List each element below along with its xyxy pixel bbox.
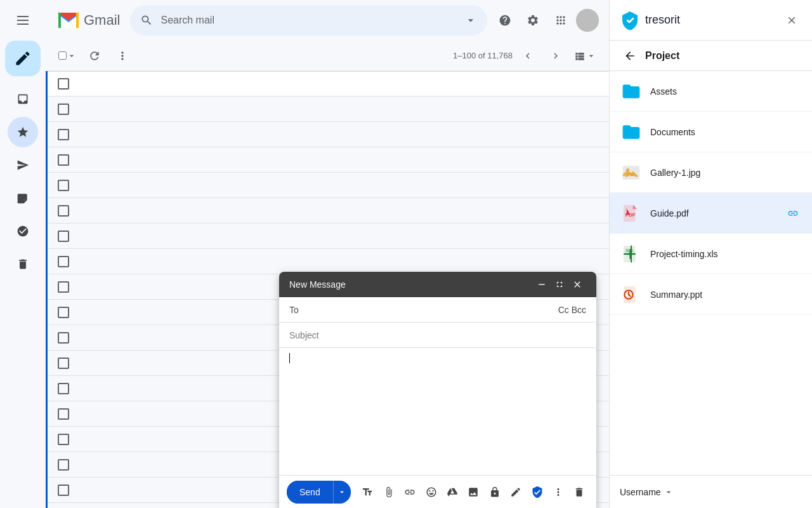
search-dropdown-icon[interactable] bbox=[464, 14, 477, 27]
compose-window: New Message To Cc Bcc Send bbox=[279, 272, 596, 508]
toolbar-left bbox=[56, 43, 135, 69]
file-item-assets[interactable]: Assets bbox=[610, 71, 812, 112]
email-list-toolbar: 1–100 of 11,768 bbox=[46, 41, 609, 71]
compose-to-row: To Cc Bcc bbox=[279, 297, 596, 323]
gmail-header: Gmail Search mail bbox=[46, 0, 609, 41]
email-checkbox[interactable] bbox=[58, 104, 69, 115]
email-checkbox[interactable] bbox=[58, 180, 69, 191]
send-dropdown-button[interactable] bbox=[333, 481, 351, 504]
activity-nav-button[interactable] bbox=[8, 216, 38, 246]
gmail-logo: Gmail bbox=[56, 8, 120, 33]
send-button[interactable]: Send bbox=[287, 481, 333, 504]
compose-subject-input[interactable] bbox=[289, 330, 586, 340]
email-checkbox[interactable] bbox=[58, 154, 69, 166]
next-page-button[interactable] bbox=[543, 43, 568, 69]
file-name-documents: Documents bbox=[650, 127, 802, 137]
file-item-summary[interactable]: Summary.ppt bbox=[610, 274, 812, 315]
compose-button[interactable] bbox=[5, 41, 41, 76]
search-placeholder: Search mail bbox=[160, 15, 457, 26]
email-checkbox[interactable] bbox=[58, 307, 69, 318]
file-item-guide[interactable]: PDF Guide.pdf bbox=[610, 193, 812, 234]
svg-point-3 bbox=[576, 9, 599, 32]
inbox-nav-button[interactable] bbox=[8, 84, 38, 114]
email-checkbox[interactable] bbox=[58, 256, 69, 267]
email-checkbox[interactable] bbox=[58, 231, 69, 242]
compose-cc-bcc-button[interactable]: Cc Bcc bbox=[558, 305, 586, 315]
compose-close-button[interactable] bbox=[568, 276, 586, 293]
tresorit-nav: Project bbox=[610, 41, 812, 71]
file-name-guide: Guide.pdf bbox=[650, 208, 784, 218]
tresorit-wordmark: tresorit bbox=[645, 13, 680, 27]
compose-body[interactable] bbox=[279, 348, 596, 475]
email-row[interactable] bbox=[48, 71, 609, 97]
settings-button[interactable] bbox=[520, 8, 546, 33]
email-checkbox[interactable] bbox=[58, 383, 69, 394]
compose-to-input[interactable] bbox=[304, 305, 558, 315]
tresorit-close-button[interactable] bbox=[782, 10, 802, 30]
gmail-sidebar bbox=[0, 0, 46, 508]
avatar[interactable] bbox=[576, 9, 599, 32]
view-button[interactable] bbox=[571, 43, 599, 69]
hamburger-button[interactable] bbox=[8, 5, 38, 36]
compose-title: New Message bbox=[289, 279, 533, 290]
file-item-gallery[interactable]: Gallery-1.jpg bbox=[610, 152, 812, 193]
select-all-button[interactable] bbox=[56, 43, 79, 69]
confidential-button[interactable] bbox=[485, 481, 504, 504]
prev-page-button[interactable] bbox=[515, 43, 540, 69]
signature-button[interactable] bbox=[506, 481, 525, 504]
trash-nav-button[interactable] bbox=[8, 249, 38, 279]
email-checkbox[interactable] bbox=[58, 281, 69, 293]
tresorit-link-button[interactable] bbox=[784, 204, 802, 222]
tresorit-back-button[interactable] bbox=[620, 46, 640, 66]
folder-icon-documents bbox=[620, 121, 643, 144]
compose-minimize-button[interactable] bbox=[533, 276, 551, 293]
search-icon bbox=[140, 14, 153, 27]
email-checkbox[interactable] bbox=[58, 459, 69, 471]
security-button[interactable] bbox=[528, 481, 546, 504]
apps-button[interactable] bbox=[548, 8, 573, 33]
select-all-checkbox[interactable] bbox=[58, 51, 67, 60]
photo-button[interactable] bbox=[464, 481, 483, 504]
emoji-button[interactable] bbox=[422, 481, 440, 504]
email-row[interactable] bbox=[48, 122, 609, 147]
email-checkbox[interactable] bbox=[58, 205, 69, 217]
help-button[interactable] bbox=[492, 8, 518, 33]
search-bar[interactable]: Search mail bbox=[130, 5, 487, 36]
email-checkbox[interactable] bbox=[58, 434, 69, 445]
email-checkbox[interactable] bbox=[58, 129, 69, 140]
svg-point-5 bbox=[626, 168, 629, 171]
email-checkbox[interactable] bbox=[58, 485, 69, 496]
more-toolbar-button[interactable] bbox=[110, 43, 135, 69]
attach-button[interactable] bbox=[379, 481, 398, 504]
email-checkbox[interactable] bbox=[58, 332, 69, 344]
link-button[interactable] bbox=[400, 481, 419, 504]
starred-nav-button[interactable] bbox=[8, 117, 38, 147]
email-row[interactable] bbox=[48, 173, 609, 198]
notes-nav-button[interactable] bbox=[8, 183, 38, 213]
compose-fullscreen-button[interactable] bbox=[551, 276, 568, 293]
more-compose-options-button[interactable] bbox=[549, 481, 567, 504]
discard-draft-button[interactable] bbox=[570, 481, 589, 504]
email-row[interactable] bbox=[48, 97, 609, 122]
file-item-documents[interactable]: Documents bbox=[610, 112, 812, 152]
tresorit-panel: tresorit Project Assets bbox=[609, 0, 812, 508]
tresorit-project-title: Project bbox=[645, 50, 679, 62]
email-row[interactable] bbox=[48, 224, 609, 249]
email-checkbox[interactable] bbox=[58, 78, 69, 90]
compose-header[interactable]: New Message bbox=[279, 272, 596, 297]
email-checkbox[interactable] bbox=[58, 358, 69, 369]
email-row[interactable] bbox=[48, 147, 609, 173]
sent-nav-button[interactable] bbox=[8, 150, 38, 180]
compose-to-label: To bbox=[289, 305, 299, 315]
header-right bbox=[492, 8, 599, 33]
refresh-button[interactable] bbox=[82, 43, 107, 69]
username-button[interactable]: Username bbox=[620, 487, 674, 497]
email-row[interactable] bbox=[48, 198, 609, 224]
compose-cursor bbox=[289, 353, 290, 363]
email-row[interactable] bbox=[48, 249, 609, 274]
file-item-timing[interactable]: XLS Project-timing.xls bbox=[610, 234, 812, 274]
email-checkbox[interactable] bbox=[58, 408, 69, 420]
file-name-gallery: Gallery-1.jpg bbox=[650, 168, 802, 178]
format-button[interactable] bbox=[358, 481, 377, 504]
drive-button[interactable] bbox=[443, 481, 461, 504]
